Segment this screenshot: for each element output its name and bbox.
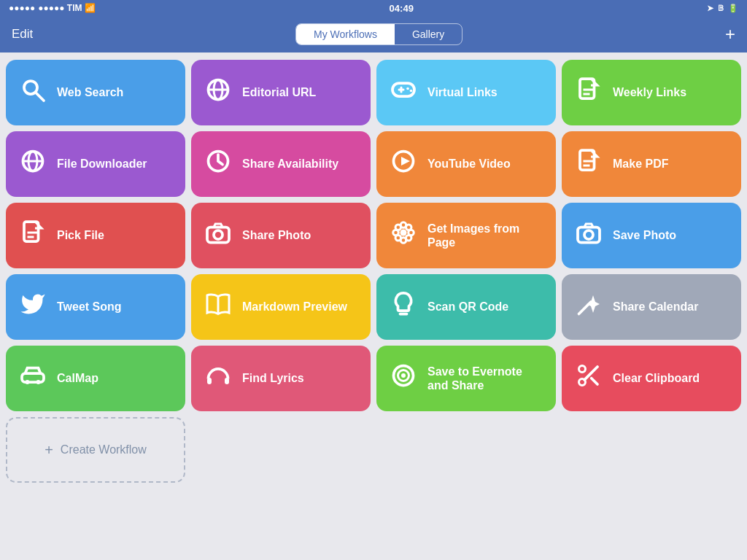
tile-label-youtube-video: YouTube Video [427,157,511,171]
create-workflow-label: Create Workflow [61,443,147,456]
tile-label-virtual-links: Virtual Links [427,85,498,99]
tile-label-share-calendar: Share Calendar [613,300,698,314]
tile-clear-clipboard[interactable]: Clear Clipboard [562,346,741,411]
signal-dots: ●●●●● [9,3,35,13]
svg-point-37 [584,230,593,239]
tile-label-share-availability: Share Availability [242,157,338,171]
play-icon [390,148,417,180]
svg-point-32 [395,225,401,230]
tile-editorial-url[interactable]: Editorial URL [191,60,371,125]
workflow-grid: Web SearchEditorial URLVirtual LinksWeek… [0,52,747,490]
book-icon [204,291,232,323]
svg-point-48 [401,373,406,378]
svg-point-27 [400,230,407,236]
tile-label-editorial-url: Editorial URL [242,85,316,99]
tile-tweet-song[interactable]: Tweet Song [6,274,185,340]
tile-get-images[interactable]: Get Images from Page [376,203,556,268]
svg-rect-41 [22,373,44,382]
svg-point-43 [36,380,41,384]
doc-icon [575,77,603,109]
create-workflow-tile[interactable]: +Create Workflow [6,417,185,483]
tile-label-web-search: Web Search [57,85,123,99]
battery-icon: 🔋 [728,4,738,13]
tile-label-weekly-links: Weekly Links [613,85,686,99]
gamepad-icon [390,77,417,109]
tile-share-calendar[interactable]: Share Calendar [562,274,741,340]
tile-label-pick-file: Pick File [57,228,104,242]
tab-gallery[interactable]: Gallery [395,24,462,44]
header: Edit My Workflows Gallery + [0,16,747,52]
tile-label-calmap: CalMap [57,371,98,385]
tile-calmap[interactable]: CalMap [6,346,185,411]
svg-rect-44 [207,378,212,384]
wifi-icon: 📶 [85,3,96,13]
magic-icon [575,291,603,323]
svg-point-34 [406,225,411,230]
svg-point-8 [406,88,409,90]
tile-label-save-photo: Save Photo [613,228,676,242]
svg-line-52 [592,378,597,384]
svg-line-1 [36,93,44,101]
camera-icon [204,219,232,252]
tile-label-clear-clipboard: Clear Clipboard [613,371,700,385]
camera-icon [575,219,603,252]
create-plus-icon: + [44,442,53,459]
tile-web-search[interactable]: Web Search [6,60,185,125]
tile-save-photo[interactable]: Save Photo [562,203,741,268]
status-time: 04:49 [390,3,414,14]
globe-icon [19,148,47,180]
tile-label-get-images: Get Images from Page [427,222,543,249]
tile-label-markdown-preview: Markdown Preview [242,300,347,314]
tile-label-share-photo: Share Photo [242,228,311,242]
circle-target-icon [390,362,417,394]
car-icon [19,362,47,394]
bluetooth-icon: 𝔹 [718,4,724,13]
tile-label-save-evernote: Save to Evernote and Share [427,365,543,392]
globe-icon [204,77,232,109]
svg-point-26 [214,230,222,239]
svg-point-49 [579,366,586,373]
tile-virtual-links[interactable]: Virtual Links [376,60,556,125]
tile-share-availability[interactable]: Share Availability [191,131,371,197]
tile-markdown-preview[interactable]: Markdown Preview [191,274,371,340]
tile-scan-qr[interactable]: Scan QR Code [376,274,556,340]
search-icon [19,77,47,109]
edit-button[interactable]: Edit [12,27,33,42]
tile-share-photo[interactable]: Share Photo [191,203,371,268]
carrier-label: ●●●●● TIM [38,3,82,13]
tile-label-scan-qr: Scan QR Code [427,300,508,314]
scissors-icon [575,362,603,394]
tab-my-workflows[interactable]: My Workflows [296,24,395,44]
tile-label-find-lyrics: Find Lyrics [242,371,304,385]
twitter-icon [19,291,47,323]
doc-icon [19,219,47,252]
tile-save-evernote[interactable]: Save to Evernote and Share [376,346,556,411]
svg-point-9 [410,90,413,93]
location-icon: ➤ [707,4,713,13]
tile-label-tweet-song: Tweet Song [57,300,122,314]
tile-label-make-pdf: Make PDF [613,157,668,171]
tile-make-pdf[interactable]: Make PDF [562,131,741,197]
add-button[interactable]: + [725,26,735,43]
status-bar: ●●●●● ●●●●● TIM 📶 04:49 ➤ 𝔹 🔋 [0,0,747,16]
tile-pick-file[interactable]: Pick File [6,203,185,268]
svg-rect-45 [225,378,229,384]
svg-marker-18 [401,157,410,166]
svg-point-35 [395,235,401,241]
tile-find-lyrics[interactable]: Find Lyrics [191,346,371,411]
bulb-icon [390,291,417,323]
tile-file-downloader[interactable]: File Downloader [6,131,185,197]
flower-icon [390,219,417,252]
svg-point-42 [26,380,30,384]
tile-label-file-downloader: File Downloader [57,157,147,171]
tab-group: My Workflows Gallery [295,23,462,45]
status-left: ●●●●● ●●●●● TIM 📶 [9,3,96,13]
status-right: ➤ 𝔹 🔋 [707,4,738,13]
svg-point-33 [406,235,411,241]
tile-weekly-links[interactable]: Weekly Links [562,60,741,125]
doc-icon [575,148,603,180]
clock-icon [204,148,232,180]
headphone-icon [204,362,232,394]
tile-youtube-video[interactable]: YouTube Video [376,131,556,197]
